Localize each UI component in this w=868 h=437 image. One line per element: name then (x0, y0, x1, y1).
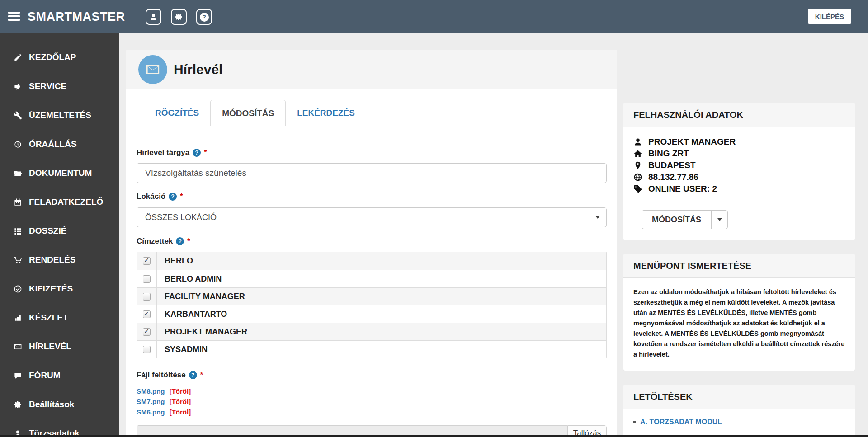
user-icon (149, 13, 158, 21)
newsletter-card: Hírlevél RÖGZÍTÉS MÓDOSÍTÁS LEKÉRDEZÉS H… (126, 50, 617, 437)
menu-toggle-icon[interactable] (8, 12, 20, 22)
checkbox[interactable] (143, 275, 151, 283)
gear-icon (175, 13, 183, 21)
menu-info-panel: MENÜPONT ISMERTETÉSE Ezen az oldalon mód… (623, 254, 855, 371)
tab-bar: RÖGZÍTÉS MÓDOSÍTÁS LEKÉRDEZÉS (137, 99, 607, 126)
file-link[interactable]: SM8.png (137, 387, 165, 395)
checkbox[interactable] (143, 293, 151, 301)
tab-lekerdezes[interactable]: LEKÉRDEZÉS (286, 100, 366, 126)
recipient-row-sysadmin[interactable]: SYSADMIN (137, 340, 606, 358)
sidebar-item-dosszie[interactable]: DOSSZIÉ (0, 216, 119, 245)
user-name-row: PROJEKT MANAGER (633, 136, 845, 148)
recipients-label: Címzettek (137, 237, 173, 246)
checkbox[interactable] (143, 346, 151, 353)
sidebar-item-feladatkezelo[interactable]: FELADATKEZELŐ (0, 188, 119, 216)
file-delete-link[interactable]: [Töröl] (170, 408, 191, 416)
menu-info-text: Ezen az oldalon módosíthatjuk a hibásan … (633, 287, 845, 360)
top-bar: SMARTMASTER ? KILÉPÉS (0, 0, 868, 33)
check-circle-icon (14, 285, 22, 293)
sidebar-item-hirlevel[interactable]: HÍRLEVÉL (0, 332, 119, 361)
profile-button[interactable] (146, 9, 161, 25)
modify-split-button[interactable]: MÓDOSÍTÁS (642, 210, 728, 229)
file-link[interactable]: SM6.png (137, 408, 165, 416)
file-delete-link[interactable]: [Töröl] (170, 387, 191, 395)
download-link[interactable]: A. TÖRZSADAT MODUL (640, 418, 722, 426)
download-row: A. TÖRZSADAT MODUL (633, 418, 845, 426)
location-pin-icon (633, 161, 642, 170)
recipient-row-berlo-admin[interactable]: BERLO ADMIN (137, 270, 606, 287)
edit-icon (14, 53, 22, 62)
logout-button[interactable]: KILÉPÉS (808, 9, 851, 24)
recipient-row-projekt-manager[interactable]: PROJEKT MANAGER (137, 323, 606, 340)
help-icon[interactable]: ? (189, 371, 197, 379)
sidebar-item-oraallas[interactable]: ÓRAÁLLÁS (0, 130, 119, 159)
checkbox[interactable] (143, 257, 151, 265)
help-button[interactable]: ? (196, 9, 212, 25)
envelope-icon (14, 343, 22, 351)
sidebar-item-rendeles[interactable]: RENDELÉS (0, 245, 119, 274)
sidebar-item-torzsadatok[interactable]: Törzsadatok (0, 419, 119, 437)
newsletter-envelope-icon (138, 55, 167, 84)
home-icon (633, 149, 642, 158)
file-row: SM7.png [Töröl] (137, 398, 607, 408)
modify-button[interactable]: MÓDOSÍTÁS (642, 211, 711, 229)
app-brand: SMARTMASTER (28, 0, 125, 33)
newsletter-form: Hírlevél tárgya ? * Lokáció ? * ÖSSZES L… (126, 148, 617, 437)
tab-modositas[interactable]: MÓDOSÍTÁS (210, 100, 286, 126)
user-data-panel-title: FELHASZNÁLÓI ADATOK (623, 103, 855, 127)
tag-icon (633, 184, 642, 193)
file-delete-link[interactable]: [Töröl] (170, 398, 191, 405)
location-label: Lokáció (137, 192, 165, 201)
sidebar-item-dokumentum[interactable]: DOKUMENTUM (0, 159, 119, 188)
required-asterisk: * (187, 237, 190, 245)
subject-input[interactable] (137, 163, 607, 183)
globe-icon (633, 173, 642, 182)
checkbox[interactable] (143, 328, 151, 336)
downloads-panel-title: LETÖLTÉSEK (623, 385, 855, 409)
ip-address-row: 88.132.77.86 (633, 171, 845, 183)
help-icon: ? (200, 13, 209, 22)
modify-dropdown-toggle[interactable] (711, 211, 727, 229)
file-link[interactable]: SM7.png (137, 398, 165, 405)
city-row: BUDAPEST (633, 160, 845, 171)
user-data-panel: FELHASZNÁLÓI ADATOK PROJEKT MANAGER BING… (623, 103, 855, 240)
gauge-icon (14, 140, 22, 149)
bottom-edge-strip (0, 435, 868, 437)
required-asterisk: * (204, 149, 207, 157)
help-icon[interactable]: ? (169, 193, 177, 201)
recipient-row-karbantarto[interactable]: KARBANTARTO (137, 305, 606, 323)
bullet-icon (633, 421, 636, 423)
chevron-down-icon (717, 218, 722, 221)
subject-label-row: Hírlevél tárgya ? * (137, 148, 607, 157)
comment-icon (14, 371, 22, 380)
recipients-list: BERLO BERLO ADMIN FACILITY MANAGER KARBA… (137, 252, 607, 358)
file-upload-label: Fájl feltöltése (137, 371, 186, 380)
sidebar-item-uzemeltetes[interactable]: ÜZEMELTETÉS (0, 101, 119, 130)
help-icon[interactable]: ? (193, 149, 201, 157)
sidebar-item-kezdolap[interactable]: KEZDŐLAP (0, 43, 119, 72)
downloads-panel: LETÖLTÉSEK A. TÖRZSADAT MODUL (623, 385, 855, 437)
location-label-row: Lokáció ? * (137, 192, 607, 201)
tab-rogzites[interactable]: RÖGZÍTÉS (144, 100, 210, 126)
menu-info-panel-title: MENÜPONT ISMERTETÉSE (623, 254, 855, 278)
help-icon[interactable]: ? (176, 237, 184, 245)
main-area: Hírlevél RÖGZÍTÉS MÓDOSÍTÁS LEKÉRDEZÉS H… (119, 33, 868, 437)
recipient-row-berlo[interactable]: BERLO (137, 252, 606, 270)
page-title: Hírlevél (174, 62, 222, 77)
sidebar-item-beallitasok[interactable]: Beállítások (0, 390, 119, 419)
cart-icon (14, 256, 22, 264)
megaphone-icon (14, 82, 22, 91)
location-select-value: ÖSSZES LOKÁCIÓ (145, 213, 217, 222)
wrench-icon (14, 111, 22, 120)
subject-label: Hírlevél tárgya (137, 148, 189, 157)
sidebar-item-kifizetes[interactable]: KIFIZETÉS (0, 274, 119, 303)
sidebar-item-service[interactable]: SERVICE (0, 72, 119, 101)
uploaded-files: SM8.png [Töröl] SM7.png [Töröl] SM6.png … (137, 387, 607, 418)
sidebar-item-keszlet[interactable]: KÉSZLET (0, 303, 119, 332)
sidebar-menu: KEZDŐLAP SERVICE ÜZEMELTETÉS ÓRAÁLLÁS DO… (0, 33, 119, 437)
recipient-row-facility-manager[interactable]: FACILITY MANAGER (137, 287, 606, 305)
settings-button[interactable] (171, 9, 187, 25)
sidebar-item-forum[interactable]: FÓRUM (0, 361, 119, 390)
checkbox[interactable] (143, 310, 151, 318)
location-select[interactable]: ÖSSZES LOKÁCIÓ (137, 207, 607, 227)
